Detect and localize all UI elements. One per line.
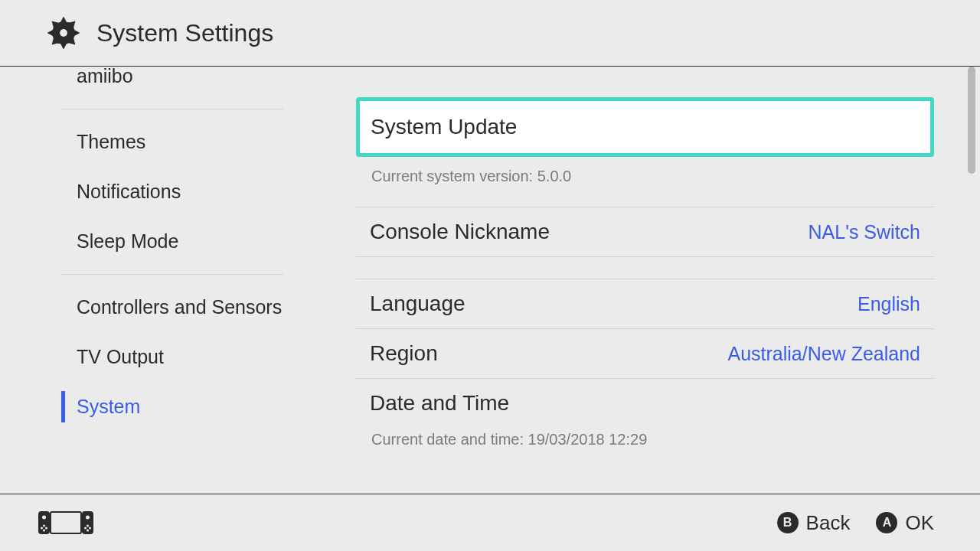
svg-point-8 xyxy=(86,516,90,520)
sidebar-item-label: Sleep Mode xyxy=(77,230,178,252)
footer-left xyxy=(38,511,93,534)
sidebar-item-system[interactable]: System xyxy=(0,382,314,432)
footer: B Back A OK xyxy=(0,494,980,551)
row-label: Date and Time xyxy=(370,391,509,416)
row-value: Australia/New Zealand xyxy=(727,343,920,365)
ok-button[interactable]: A OK xyxy=(876,511,934,535)
row-system-update[interactable]: System Update xyxy=(356,97,934,157)
svg-point-12 xyxy=(43,530,45,532)
row-label: Console Nickname xyxy=(370,220,550,244)
footer-right: B Back A OK xyxy=(777,511,934,535)
sidebar-item-controllers[interactable]: Controllers and Sensors xyxy=(0,282,314,332)
svg-point-14 xyxy=(84,527,87,530)
svg-point-11 xyxy=(45,527,47,530)
svg-point-9 xyxy=(43,525,45,527)
svg-point-16 xyxy=(87,530,89,532)
sidebar-divider xyxy=(61,109,283,109)
row-console-nickname[interactable]: Console Nickname NAL's Switch xyxy=(356,207,934,257)
sidebar-item-tv-output[interactable]: TV Output xyxy=(0,332,314,382)
sidebar: amiibo Themes Notifications Sleep Mode C… xyxy=(0,67,314,494)
svg-point-10 xyxy=(41,527,43,530)
main-panel: System Update Current system version: 5.… xyxy=(314,67,980,494)
ok-label: OK xyxy=(905,511,934,535)
back-label: Back xyxy=(806,511,851,535)
svg-point-7 xyxy=(42,516,46,520)
row-label: System Update xyxy=(371,115,517,139)
sidebar-item-amiibo[interactable]: amiibo xyxy=(0,67,314,101)
datetime-hint: Current date and time: 19/03/2018 12:29 xyxy=(356,428,934,470)
row-value: English xyxy=(858,293,920,315)
sidebar-item-notifications[interactable]: Notifications xyxy=(0,167,314,217)
sidebar-item-label: Controllers and Sensors xyxy=(77,296,282,318)
sidebar-item-label: Notifications xyxy=(77,181,181,202)
row-label: Region xyxy=(370,341,438,366)
header: System Settings xyxy=(0,0,980,67)
a-button-icon: A xyxy=(876,512,897,533)
sidebar-item-themes[interactable]: Themes xyxy=(0,117,314,167)
row-region[interactable]: Region Australia/New Zealand xyxy=(356,329,934,379)
sidebar-item-label: TV Output xyxy=(77,346,164,367)
back-button[interactable]: B Back xyxy=(777,511,851,535)
row-language[interactable]: Language English xyxy=(356,279,934,329)
system-version-hint: Current system version: 5.0.0 xyxy=(356,161,934,207)
row-value: NAL's Switch xyxy=(808,221,920,243)
page-title: System Settings xyxy=(96,19,273,47)
svg-rect-6 xyxy=(51,512,81,533)
sidebar-divider xyxy=(61,274,283,275)
sidebar-item-label: amiibo xyxy=(77,67,133,86)
svg-point-15 xyxy=(89,527,91,530)
sidebar-item-label: Themes xyxy=(77,131,145,152)
sidebar-item-sleep-mode[interactable]: Sleep Mode xyxy=(0,217,314,266)
scrollbar[interactable] xyxy=(968,67,975,174)
row-label: Language xyxy=(370,292,466,316)
console-icon xyxy=(38,511,93,534)
svg-point-13 xyxy=(87,525,89,527)
svg-point-3 xyxy=(58,28,68,37)
gear-icon xyxy=(47,17,80,49)
sidebar-item-label: System xyxy=(77,396,140,417)
b-button-icon: B xyxy=(777,512,799,533)
content: amiibo Themes Notifications Sleep Mode C… xyxy=(0,67,980,494)
row-date-time[interactable]: Date and Time xyxy=(356,379,934,428)
